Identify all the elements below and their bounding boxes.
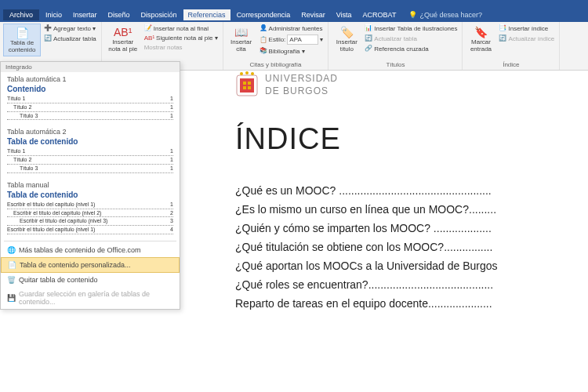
toc-entry: Reparto de tareas en el equipo docente..… xyxy=(235,297,580,310)
update-illus-button[interactable]: 🔄Actualizar tabla xyxy=(363,34,459,43)
toc-preview-line: Título 31 xyxy=(7,165,173,173)
toc-entry: ¿Quién y cómo se imparten los MOOC? ....… xyxy=(235,222,580,234)
add-text-icon: ➕ xyxy=(44,24,52,32)
toc-preview-line: Escribir el título del capítulo (nivel 3… xyxy=(7,217,173,226)
style-icon: 📋 xyxy=(260,36,267,44)
more-toc-office[interactable]: 🌐Más tablas de contenido de Office.com xyxy=(1,243,180,257)
remove-icon: 🗑️ xyxy=(7,276,16,284)
citation-icon: 📖 xyxy=(234,25,249,39)
mark-entry-label: Marcar entrada xyxy=(467,39,494,53)
biblio-icon: 📚 xyxy=(260,47,267,55)
svg-point-4 xyxy=(251,72,254,75)
group-citations-label: Citas y bibliografía xyxy=(227,61,325,68)
group-captions-label: Títulos xyxy=(332,61,459,68)
tab-file[interactable]: Archivo xyxy=(3,9,39,20)
insert-illustrations-button[interactable]: 📊Insertar Tabla de ilustraciones xyxy=(363,24,459,33)
toc-entry: ¿Qué es un MOOC? .......................… xyxy=(235,184,580,197)
group-index-label: Índice xyxy=(466,61,556,68)
insert-footnote-label: Insertar nota al pie xyxy=(107,39,140,53)
tell-me-label: ¿Qué desea hacer? xyxy=(419,11,482,19)
document-toc: ¿Qué es un MOOC? .......................… xyxy=(235,184,580,310)
mark-icon: 🔖 xyxy=(474,25,488,39)
toc-preview-auto2[interactable]: Tabla de contenido Título 11Título 21Tít… xyxy=(1,136,180,177)
toc-icon: 📄 xyxy=(15,26,29,40)
citation-style-dropdown[interactable]: 📋Estilo: APA▾ xyxy=(258,34,325,45)
svg-rect-8 xyxy=(248,86,251,89)
toc-preview-line: Título 11 xyxy=(7,95,173,103)
tab-diseno[interactable]: Diseño xyxy=(103,9,135,20)
bibliography-button[interactable]: 📚Bibliografía▾ xyxy=(258,46,325,56)
tab-acrobat[interactable]: ACROBAT xyxy=(358,9,401,20)
tab-referencias[interactable]: Referencias xyxy=(183,9,230,20)
document-title: ÍNDICE xyxy=(235,122,580,156)
sources-icon: 👤 xyxy=(260,24,267,32)
office-icon: 🌐 xyxy=(7,246,16,254)
illus-icon: 📊 xyxy=(365,24,372,32)
update-toc-button[interactable]: 🔄Actualizar tabla xyxy=(42,34,98,43)
toc-preview-manual[interactable]: Tabla de contenido Escribir el título de… xyxy=(1,189,180,239)
insert-caption-button[interactable]: 🏷️ Insertar título xyxy=(332,24,361,55)
toc-preview-line: Título 21 xyxy=(7,103,173,112)
insert-footnote-button[interactable]: AB¹ Insertar nota al pie xyxy=(105,24,141,55)
tab-revisar[interactable]: Revisar xyxy=(296,9,330,20)
dropdown-header-integrated: Integrado xyxy=(1,62,180,72)
crossref-icon: 🔗 xyxy=(365,45,372,53)
refresh-icon: 🔄 xyxy=(499,34,506,42)
toc-preview-line: Título 31 xyxy=(7,112,173,121)
svg-rect-5 xyxy=(243,82,246,85)
insert-index-button[interactable]: 📑Insertar índice xyxy=(497,24,556,33)
insert-caption-label: Insertar título xyxy=(333,39,360,53)
svg-rect-7 xyxy=(243,86,246,89)
next-footnote-icon: AB¹ xyxy=(144,34,154,42)
toc-option-auto1[interactable]: Tabla automática 1 xyxy=(1,72,180,83)
svg-rect-6 xyxy=(248,82,251,85)
toc-preview-line: Título 11 xyxy=(7,147,173,156)
toc-option-auto2[interactable]: Tabla automática 2 xyxy=(1,125,180,136)
show-notes-button[interactable]: Mostrar notas xyxy=(143,43,220,52)
manage-sources-button[interactable]: 👤Administrar fuentes xyxy=(258,24,325,33)
footnote-icon: AB¹ xyxy=(116,25,130,39)
save-icon: 💾 xyxy=(7,294,16,302)
cross-reference-button[interactable]: 🔗Referencia cruzada xyxy=(363,44,459,53)
tab-disposicion[interactable]: Disposición xyxy=(136,9,182,20)
toc-button-label: Tabla de contenido xyxy=(5,40,38,54)
toc-entry: ¿Qué aportan los MOOCs a la Universidad … xyxy=(235,260,580,272)
group-captions: 🏷️ Insertar título 📊Insertar Tabla de il… xyxy=(328,22,463,70)
index-icon: 📑 xyxy=(499,24,506,32)
title-bar xyxy=(0,0,588,8)
refresh-icon: 🔄 xyxy=(365,34,372,42)
document-canvas[interactable]: UNIVERSIDAD DE BURGOS ÍNDICE ¿Qué es un … xyxy=(235,71,580,392)
insert-citation-button[interactable]: 📖 Insertar cita xyxy=(227,24,256,55)
toc-preview-auto1[interactable]: Contenido Título 11Título 21Título 31 xyxy=(1,83,180,125)
tab-insertar[interactable]: Insertar xyxy=(68,9,102,20)
tab-vista[interactable]: Vista xyxy=(332,9,357,20)
toc-entry: ¿Qué roles se encuentran?...............… xyxy=(235,278,580,291)
toc-button[interactable]: 📄 Tabla de contenido xyxy=(3,24,41,56)
custom-toc[interactable]: 📄Tabla de contenido personalizada... xyxy=(1,257,180,273)
remove-toc[interactable]: 🗑️Quitar tabla de contenido xyxy=(1,273,180,287)
custom-icon: 📄 xyxy=(8,261,16,269)
svg-point-2 xyxy=(240,72,243,75)
insert-citation-label: Insertar cita xyxy=(228,39,255,53)
toc-option-manual[interactable]: Tabla manual xyxy=(1,178,180,189)
toc-preview-line: Título 21 xyxy=(7,156,173,165)
endnote-icon: 📝 xyxy=(144,24,152,32)
toc-entry: ¿Es lo mismo un curso en línea que un MO… xyxy=(235,203,580,216)
toc-preview-line: Escribir el título del capítulo (nivel 2… xyxy=(7,209,173,218)
group-citations: 📖 Insertar cita 👤Administrar fuentes 📋Es… xyxy=(223,22,329,70)
insert-endnote-button[interactable]: 📝Insertar nota al final xyxy=(143,24,220,33)
university-name: UNIVERSIDAD DE BURGOS xyxy=(265,73,338,97)
next-footnote-button[interactable]: AB¹Siguiente nota al pie▾ xyxy=(143,34,220,42)
mark-entry-button[interactable]: 🔖 Marcar entrada xyxy=(466,24,495,55)
toc-preview-line: Escribir el título del capítulo (nivel 1… xyxy=(7,201,173,209)
menu-bar: Archivo Inicio Insertar Diseño Disposici… xyxy=(0,8,588,22)
group-index: 🔖 Marcar entrada 📑Insertar índice 🔄Actua… xyxy=(463,22,560,70)
add-text-button[interactable]: ➕Agregar texto▾ xyxy=(42,24,98,33)
tab-inicio[interactable]: Inicio xyxy=(41,9,67,20)
tab-correspondencia[interactable]: Correspondencia xyxy=(232,9,296,20)
tell-me-search[interactable]: 💡 ¿Qué desea hacer? xyxy=(408,11,482,19)
refresh-icon: 🔄 xyxy=(44,34,52,42)
update-index-button[interactable]: 🔄Actualizar índice xyxy=(497,34,556,43)
university-crest-icon xyxy=(235,71,259,100)
svg-rect-1 xyxy=(240,78,254,93)
